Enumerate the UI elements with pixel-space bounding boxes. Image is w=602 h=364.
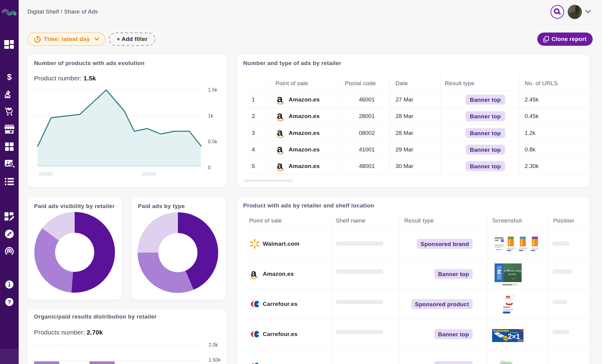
svg-text:15,95 €: 15,95 € (503, 306, 510, 309)
svg-text:HANGRY: HANGRY (495, 237, 504, 239)
svg-text:?: ? (8, 299, 11, 305)
svg-text:EARTH'S FINEST: EARTH'S FINEST (504, 270, 522, 272)
svg-text:WATER.’: WATER.’ (508, 273, 517, 275)
svg-text:NID: NID (506, 297, 510, 298)
svg-text:fresh: fresh (512, 283, 517, 286)
svg-text:FIJI: FIJI (498, 271, 501, 273)
svg-text:2.500: 2.500 (517, 339, 523, 341)
svg-text:CAT: CAT (495, 239, 499, 241)
svg-text:amazon: amazon (502, 283, 512, 286)
svg-text:€: € (504, 339, 505, 341)
